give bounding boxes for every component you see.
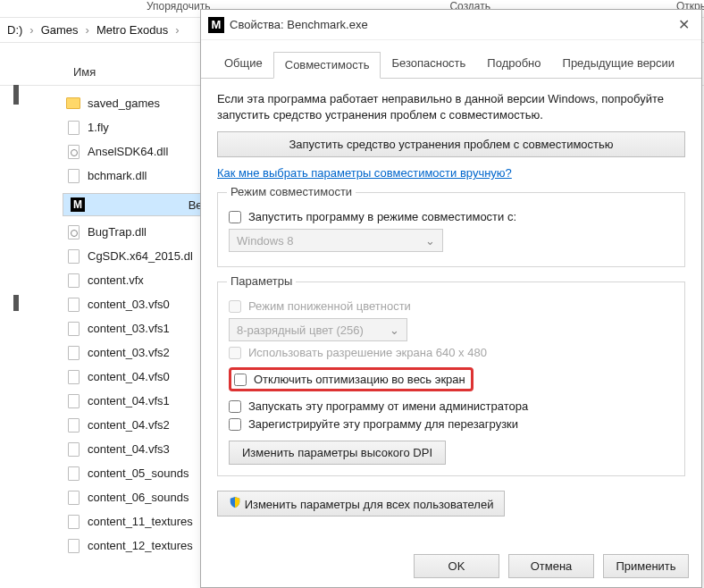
chevron-right-icon: ›: [172, 23, 182, 37]
file-row[interactable]: content_03.vfs1: [63, 316, 197, 340]
apply-button[interactable]: Применить: [603, 554, 689, 578]
chevron-down-icon: ⌄: [425, 234, 435, 248]
file-name: content_12_textures: [88, 539, 193, 552]
file-icon: [66, 466, 80, 481]
crumb-drive[interactable]: D:): [4, 21, 26, 38]
manual-link[interactable]: Как мне выбрать параметры совместимости …: [217, 166, 512, 180]
file-name: saved_games: [88, 97, 160, 110]
tab-security[interactable]: Безопасность: [381, 51, 476, 78]
change-all-users-label: Изменить параметры для всех пользователе…: [245, 498, 494, 511]
file-name: CgSDK.x64_2015.dll: [88, 249, 193, 263]
compat-page: Если эта программа работает неправильно …: [201, 79, 701, 517]
file-name: content_03.vfs1: [88, 322, 170, 335]
compat-mode-legend: Режим совместимости: [227, 185, 356, 198]
column-name[interactable]: Имя: [54, 65, 197, 79]
params-legend: Параметры: [227, 274, 296, 288]
file-icon: [66, 539, 80, 553]
chk-reduced-color-input: [229, 300, 241, 313]
run-troubleshooter-button[interactable]: Запустить средство устранения проблем с …: [217, 131, 685, 157]
chk-disable-fullscreen-opt[interactable]: Отключить оптимизацию во весь экран: [234, 373, 465, 386]
chk-register-restart-label: Зарегистрируйте эту программу для переза…: [248, 417, 518, 431]
color-depth-select: 8-разрядный цвет (256) ⌄: [229, 318, 407, 341]
file-row[interactable]: content_06_sounds: [63, 485, 197, 509]
file-row[interactable]: content_03.vfs2: [63, 340, 197, 365]
file-icon: [66, 394, 80, 408]
file-row[interactable]: content_04.vfs0: [63, 365, 197, 389]
change-all-users-button[interactable]: Изменить параметры для всех пользователе…: [217, 491, 505, 517]
file-icon: [66, 273, 80, 288]
chk-compat-mode[interactable]: Запустить программу в режиме совместимос…: [229, 210, 674, 223]
file-row[interactable]: content_05_sounds: [63, 461, 197, 485]
file-row[interactable]: BugTrap.dll: [63, 220, 197, 244]
dialog-footer: OK Отмена Применить: [414, 554, 689, 578]
file-name: BugTrap.dll: [88, 225, 147, 239]
file-row[interactable]: content_03.vfs0: [63, 292, 197, 316]
intro-text: Если эта программа работает неправильно …: [217, 91, 685, 122]
file-row[interactable]: content_04.vfs2: [63, 413, 197, 437]
file-name: content_06_sounds: [88, 491, 189, 504]
titlebar[interactable]: M Свойства: Benchmark.exe ✕: [201, 10, 701, 40]
chk-register-restart-input[interactable]: [229, 418, 241, 431]
file-row[interactable]: content.vfx: [63, 268, 197, 292]
chk-compat-mode-input[interactable]: [229, 211, 241, 223]
tab-compatibility[interactable]: Совместимость: [273, 52, 381, 79]
file-row[interactable]: 1.fly: [63, 115, 197, 139]
file-name: bchmark.dll: [88, 169, 147, 182]
chk-640x480-label: Использовать разрешение экрана 640 х 480: [248, 346, 487, 359]
close-icon[interactable]: ✕: [666, 16, 701, 33]
tab-general[interactable]: Общие: [214, 51, 273, 78]
file-icon: [66, 298, 80, 312]
app-icon: M: [208, 17, 224, 33]
file-row[interactable]: bchmark.dll: [63, 164, 197, 188]
file-icon: [66, 169, 80, 183]
file-icon: [66, 491, 80, 505]
chk-run-as-admin[interactable]: Запускать эту программу от имени админис…: [229, 399, 674, 413]
shield-icon: [229, 496, 241, 508]
file-name: content_03.vfs2: [88, 346, 170, 359]
file-name: content_03.vfs0: [88, 298, 170, 311]
file-row[interactable]: CgSDK.x64_2015.dll: [63, 244, 197, 268]
tabstrip: Общие Совместимость Безопасность Подробн…: [201, 40, 701, 79]
file-icon: [66, 249, 80, 264]
chevron-right-icon: ›: [82, 23, 93, 37]
compat-os-select: Windows 8 ⌄: [229, 229, 443, 252]
chk-compat-mode-label: Запустить программу в режиме совместимос…: [248, 210, 516, 223]
cancel-button[interactable]: Отмена: [508, 554, 594, 578]
file-icon: [66, 346, 80, 360]
chk-640x480-input: [229, 347, 241, 359]
file-row[interactable]: AnselSDK64.dll: [63, 139, 197, 164]
file-name: 1.fly: [88, 121, 109, 134]
chk-run-as-admin-label: Запускать эту программу от имени админис…: [248, 399, 528, 413]
file-row[interactable]: content_12_textures: [63, 533, 197, 558]
tree-marker: [13, 85, 19, 105]
crumb-metro[interactable]: Metro Exodus: [93, 21, 172, 38]
crumb-games[interactable]: Games: [38, 21, 82, 38]
params-group: Параметры Режим пониженной цветности 8-р…: [217, 281, 685, 476]
file-row[interactable]: saved_games: [63, 91, 197, 115]
chk-reduced-color-label: Режим пониженной цветности: [248, 299, 411, 313]
chk-disable-fullscreen-opt-label: Отключить оптимизацию во весь экран: [254, 373, 465, 386]
dialog-title: Свойства: Benchmark.exe: [230, 18, 666, 31]
color-depth-value: 8-разрядный цвет (256): [237, 323, 364, 337]
file-name: content.vfx: [88, 273, 144, 287]
tab-details[interactable]: Подробно: [476, 51, 551, 78]
ok-button[interactable]: OK: [414, 554, 499, 578]
file-icon: [66, 515, 80, 529]
chk-disable-fullscreen-opt-input[interactable]: [234, 374, 247, 386]
file-row[interactable]: content_04.vfs1: [63, 389, 197, 413]
file-name: content_04.vfs2: [88, 418, 170, 432]
compat-os-value: Windows 8: [237, 234, 294, 248]
chk-register-restart[interactable]: Зарегистрируйте эту программу для переза…: [229, 417, 674, 431]
tree-marker: [13, 295, 19, 311]
file-icon: [66, 121, 80, 135]
change-dpi-button[interactable]: Изменить параметры высокого DPI: [229, 441, 446, 465]
dll-icon: [66, 225, 80, 239]
file-name: content_04.vfs0: [88, 370, 170, 383]
dll-icon: [66, 145, 80, 159]
file-name: content_05_sounds: [88, 466, 189, 480]
tab-previous[interactable]: Предыдущие версии: [552, 51, 686, 78]
file-row[interactable]: content_11_textures: [63, 509, 197, 533]
chk-reduced-color: Режим пониженной цветности: [229, 299, 674, 313]
chk-run-as-admin-input[interactable]: [229, 400, 241, 413]
file-row[interactable]: content_04.vfs3: [63, 437, 197, 461]
